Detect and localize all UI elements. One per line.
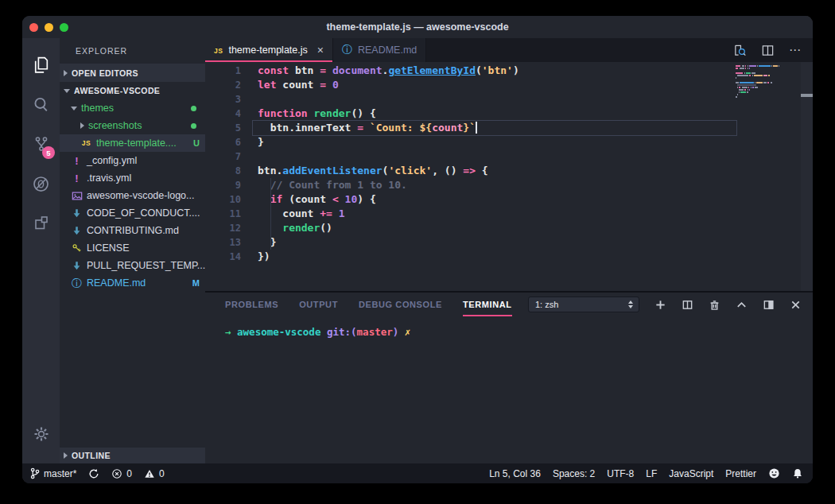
indentation-status[interactable]: Spaces: 2 <box>553 468 595 479</box>
line-content: render() <box>258 221 736 235</box>
errors-status[interactable]: 0 <box>111 468 132 479</box>
code-line[interactable]: 6} <box>205 135 813 149</box>
line-content: const btn = document.getElementById('btn… <box>258 64 736 78</box>
tree-item-config-yml[interactable]: !_config.yml <box>60 152 205 169</box>
code-line[interactable]: 5 btn.innerText = `Count: ${count}` <box>205 121 813 135</box>
code-line[interactable]: 2let count = 0 <box>205 78 813 92</box>
encoding-status[interactable]: UTF-8 <box>607 468 634 479</box>
panel-tab-terminal[interactable]: TERMINAL <box>463 293 512 316</box>
tree-item-contributing-md[interactable]: CONTRIBUTING.md <box>60 222 205 239</box>
terminal-picker-value: 1: zsh <box>535 300 558 309</box>
git-branch-status[interactable]: master* <box>30 467 76 479</box>
tree-item-readme-md[interactable]: ⓘREADME.mdM <box>60 274 205 292</box>
new-terminal-plus-icon[interactable] <box>654 299 666 311</box>
cursor-position-status[interactable]: Ln 5, Col 36 <box>489 468 541 479</box>
open-changes-icon[interactable] <box>733 44 747 57</box>
code-line[interactable]: 1const btn = document.getElementById('bt… <box>205 64 813 78</box>
code-editor[interactable]: 1const btn = document.getElementById('bt… <box>205 62 813 291</box>
minimize-window-button[interactable] <box>45 23 53 32</box>
section-open-editors[interactable]: OPEN EDITORS <box>60 64 205 82</box>
code-line[interactable]: 3 <box>205 92 813 107</box>
maximize-panel-chevron-icon[interactable] <box>736 299 748 311</box>
tree-item-label: theme-template.... <box>96 138 177 149</box>
line-number: 2 <box>205 78 258 92</box>
tree-item-themes[interactable]: themes <box>60 99 205 117</box>
code-line[interactable]: 8btn.addEventListener('click', () => { <box>205 164 813 178</box>
notifications-bell[interactable] <box>792 467 803 479</box>
line-content: let count = 0 <box>258 78 736 92</box>
error-icon <box>111 468 122 479</box>
md-icon <box>71 208 83 219</box>
close-icon[interactable]: × <box>317 45 324 56</box>
panel-tab-output[interactable]: OUTPUT <box>299 293 338 316</box>
terminal-output[interactable]: → awesome-vscode git:(master) ✗ <box>205 316 813 463</box>
tree-item-travis-yml[interactable]: !.travis.yml <box>60 169 205 187</box>
sidebar-item-explorer[interactable] <box>22 45 60 84</box>
untracked-dot-badge <box>191 106 196 111</box>
code-line[interactable]: 14}) <box>205 250 813 264</box>
section-label: AWESOME-VSCODE <box>74 86 160 95</box>
editor-scrollbar[interactable] <box>801 62 813 291</box>
code-line[interactable]: 9 // Count from 1 to 10. <box>205 178 813 192</box>
tree-item-pull-request-temp[interactable]: PULL_REQUEST_TEMP... <box>60 257 205 274</box>
code-line[interactable]: 4function render() { <box>205 107 813 121</box>
split-editor-icon[interactable] <box>761 44 775 57</box>
tree-item-awesome-vscode-logo[interactable]: awesome-vscode-logo... <box>60 187 205 204</box>
tree-item-code-of-conduct[interactable]: CODE_OF_CONDUCT.... <box>60 204 205 222</box>
code-line[interactable]: 10 if (count < 10) { <box>205 192 813 207</box>
line-number: 13 <box>205 235 258 250</box>
zoom-window-button[interactable] <box>60 23 68 32</box>
section-outline[interactable]: OUTLINE <box>60 448 205 463</box>
git-status-badge: U <box>193 138 200 148</box>
line-number: 5 <box>205 121 258 135</box>
tab-label: README.md <box>358 45 417 56</box>
tree-item-label: README.md <box>87 277 146 289</box>
code-line[interactable]: 12 render() <box>205 221 813 235</box>
feedback-smiley[interactable] <box>768 467 780 479</box>
sync-status[interactable] <box>88 468 99 479</box>
tree-item-license[interactable]: LICENSE <box>60 239 205 257</box>
warnings-status[interactable]: 0 <box>144 468 165 479</box>
tree-item-screenshots[interactable]: screenshots <box>60 117 205 134</box>
sidebar-item-search[interactable] <box>22 84 60 124</box>
close-panel-icon[interactable] <box>790 299 802 311</box>
panel-tab-problems[interactable]: PROBLEMS <box>225 293 278 316</box>
code-line[interactable]: 13 } <box>205 235 813 250</box>
sidebar-item-extensions[interactable] <box>22 204 60 243</box>
tree-item-label: PULL_REQUEST_TEMP... <box>87 260 205 271</box>
formatter-status[interactable]: Prettier <box>725 468 756 479</box>
twisty-icon <box>64 452 68 459</box>
section-label: OPEN EDITORS <box>72 68 138 78</box>
code-line[interactable]: 11 count += 1 <box>205 207 813 221</box>
line-content: function render() { <box>258 107 736 121</box>
more-actions-icon[interactable]: ⋯ <box>789 43 802 57</box>
minimap[interactable] <box>736 65 799 99</box>
tab-readme-md[interactable]: ⓘREADME.md <box>333 38 426 62</box>
line-content: if (count < 10) { <box>258 192 736 207</box>
debug-icon <box>31 174 51 194</box>
eol-status[interactable]: LF <box>646 468 657 479</box>
manage-settings[interactable] <box>22 414 60 454</box>
git-branch-icon <box>30 467 40 479</box>
terminal-picker-select[interactable]: 1: zsh <box>528 297 639 312</box>
code-line[interactable]: 7 <box>205 149 813 164</box>
tree-item-theme-template[interactable]: JStheme-template....U <box>60 134 205 152</box>
section-workspace[interactable]: AWESOME-VSCODE <box>60 82 205 99</box>
kill-terminal-trash-icon[interactable] <box>709 299 720 311</box>
sidebar-item-debug[interactable] <box>22 164 60 204</box>
language-status[interactable]: JavaScript <box>669 468 713 479</box>
sidebar-item-source-control[interactable]: 5 <box>22 124 60 164</box>
exclaim-icon: ! <box>71 155 83 167</box>
line-content <box>258 92 736 107</box>
tree-item-label: CONTRIBUTING.md <box>87 225 179 236</box>
split-terminal-icon[interactable] <box>682 299 693 311</box>
md-icon <box>71 226 83 236</box>
close-window-button[interactable] <box>29 23 38 32</box>
toggle-panel-layout-icon[interactable] <box>763 299 775 311</box>
editor-actions: ⋯ <box>733 38 813 62</box>
tab-theme-template-js[interactable]: JStheme-template.js× <box>205 38 333 62</box>
twisty-icon <box>71 107 77 110</box>
section-label: OUTLINE <box>72 451 111 460</box>
panel-tab-debug-console[interactable]: DEBUG CONSOLE <box>359 293 442 316</box>
twisty-icon <box>64 70 68 76</box>
